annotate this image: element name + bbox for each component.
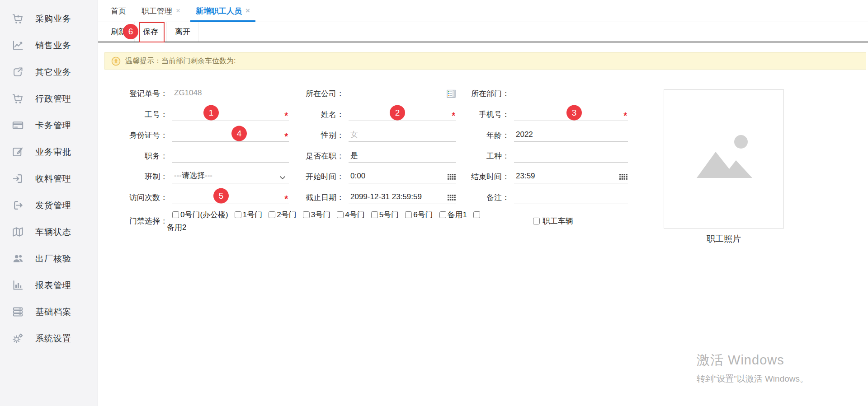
dept-input[interactable] [514, 89, 628, 100]
sidebar-item-vehicle-status[interactable]: 车辆状态 [0, 219, 98, 245]
field-label: 结束时间： [456, 172, 509, 182]
checkbox[interactable] [303, 211, 310, 218]
calendar-icon[interactable] [619, 174, 628, 181]
sidebar-item-admin[interactable]: 行政管理 [0, 85, 98, 112]
sidebar-item-shipping[interactable]: 发货管理 [0, 192, 98, 219]
reg-no-input[interactable] [172, 89, 289, 100]
gender-input[interactable] [349, 130, 456, 141]
on-job-input[interactable] [349, 151, 456, 162]
sidebar-item-archives[interactable]: 基础档案 [0, 299, 98, 325]
door-checkbox-0[interactable]: 0号门(办公楼) [172, 210, 228, 220]
required-mark: * [284, 112, 288, 119]
remark-input[interactable] [514, 192, 628, 204]
main-content: 首页 职工管理 × 新增职工人员 × 刷新 保存 离开 6 温馨提示：当前部门剩… [98, 0, 868, 406]
tip-bar: 温馨提示：当前部门剩余车位数为: [104, 52, 866, 70]
checkbox[interactable] [439, 211, 446, 218]
checkbox[interactable] [405, 211, 412, 218]
field-label: 是否在职： [289, 151, 344, 161]
door-checkbox-6[interactable]: 6号门 [405, 210, 433, 220]
annotation-badge-5: 5 [213, 188, 229, 203]
sidebar-item-purchase[interactable]: 采购业务 [0, 5, 98, 32]
windows-watermark: 激活 Windows 转到“设置”以激活 Windows。 [697, 351, 808, 385]
company-input[interactable] [349, 89, 456, 100]
tab-add-employee[interactable]: 新增职工人员 × [190, 0, 255, 22]
sidebar-item-settings[interactable]: 系统设置 [0, 325, 98, 352]
sign-out-icon [12, 199, 24, 211]
checkbox[interactable] [337, 211, 344, 218]
tab-bar: 首页 职工管理 × 新增职工人员 × [98, 0, 868, 22]
field-label: 年龄： [456, 130, 509, 140]
required-mark: * [284, 133, 288, 140]
employee-photo-label: 职工照片 [664, 233, 784, 245]
checkbox[interactable] [269, 211, 275, 218]
field-label: 手机号： [456, 109, 509, 120]
cart-icon [12, 13, 24, 25]
sidebar-item-label: 卡务管理 [35, 120, 71, 131]
deadline-input[interactable] [349, 192, 456, 204]
sidebar-item-receiving[interactable]: 收料管理 [0, 165, 98, 192]
calendar-icon[interactable] [448, 195, 456, 202]
chevron-down-icon[interactable] [279, 175, 286, 181]
sidebar-item-card[interactable]: 卡务管理 [0, 112, 98, 139]
field-label: 工号： [107, 109, 168, 120]
id-card-input[interactable] [172, 130, 289, 141]
checkbox[interactable] [533, 218, 540, 224]
visits-input[interactable] [172, 192, 289, 204]
tab-home[interactable]: 首页 [105, 0, 132, 22]
sidebar-item-sales[interactable]: 销售业务 [0, 32, 98, 59]
tab-label: 职工管理 [142, 6, 172, 16]
door-checkbox-5[interactable]: 5号门 [371, 210, 399, 220]
sidebar: 采购业务 销售业务 其它业务 行政管理 卡务管理 业务审批 收料管理 [0, 0, 98, 406]
work-type-input[interactable] [514, 151, 628, 162]
cart-icon [12, 93, 24, 105]
app-window: 采购业务 销售业务 其它业务 行政管理 卡务管理 业务审批 收料管理 [0, 0, 868, 406]
tab-label: 新增职工人员 [196, 6, 242, 16]
sidebar-item-label: 行政管理 [35, 93, 71, 105]
age-input[interactable] [514, 130, 628, 141]
door-checkbox-7[interactable]: 备用1 [439, 210, 467, 220]
sidebar-item-label: 系统设置 [35, 333, 71, 345]
field-label: 门禁选择： [107, 216, 168, 226]
door-checkbox-2[interactable]: 2号门 [269, 210, 296, 220]
employee-vehicle-checkbox[interactable]: 职工车辆 [533, 216, 573, 226]
start-time-input[interactable] [349, 172, 456, 183]
sidebar-item-label: 采购业务 [35, 13, 71, 25]
calendar-icon[interactable] [448, 174, 456, 181]
door-checkbox-3[interactable]: 3号门 [303, 210, 330, 220]
end-time-input[interactable] [514, 172, 628, 183]
watermark-line1: 激活 Windows [697, 351, 808, 369]
toolbar: 刷新 保存 离开 [98, 22, 868, 42]
tab-close-icon[interactable]: × [176, 6, 180, 15]
emp-no-input[interactable] [172, 109, 289, 121]
image-placeholder-icon [689, 132, 759, 186]
employee-photo-box[interactable] [664, 89, 784, 229]
sidebar-item-exit-check[interactable]: 出厂核验 [0, 245, 98, 272]
door-checkbox-1[interactable]: 1号门 [235, 210, 262, 220]
field-label: 登记单号： [107, 89, 168, 99]
checkbox[interactable] [172, 211, 179, 218]
checkbox[interactable] [371, 211, 378, 218]
field-label: 所在部门： [456, 89, 509, 99]
sidebar-item-label: 出厂核验 [35, 253, 71, 265]
sidebar-item-approval[interactable]: 业务审批 [0, 139, 98, 165]
company-picker-icon[interactable] [447, 89, 456, 98]
tip-text: 温馨提示：当前部门剩余车位数为: [125, 56, 236, 66]
field-label: 班制： [107, 172, 168, 182]
tab-employee-management[interactable]: 职工管理 × [136, 0, 186, 22]
bar-chart-icon [12, 279, 24, 291]
sidebar-item-reports[interactable]: 报表管理 [0, 272, 98, 299]
door-checkbox-8[interactable] [473, 211, 481, 218]
door-checkbox-8-label: 备用2 [167, 222, 521, 233]
tab-close-icon[interactable]: × [245, 6, 250, 15]
required-mark: * [284, 196, 288, 202]
checkbox[interactable] [235, 211, 241, 218]
door-checkbox-4[interactable]: 4号门 [337, 210, 364, 220]
save-button[interactable]: 保存 [135, 22, 167, 42]
checkbox[interactable] [473, 211, 480, 218]
sidebar-item-label: 报表管理 [35, 280, 71, 291]
field-label: 性别： [289, 130, 344, 140]
shift-select[interactable]: ---请选择--- [172, 170, 289, 183]
leave-button[interactable]: 离开 [167, 22, 199, 42]
duty-input[interactable] [172, 151, 289, 162]
sidebar-item-other[interactable]: 其它业务 [0, 59, 98, 85]
